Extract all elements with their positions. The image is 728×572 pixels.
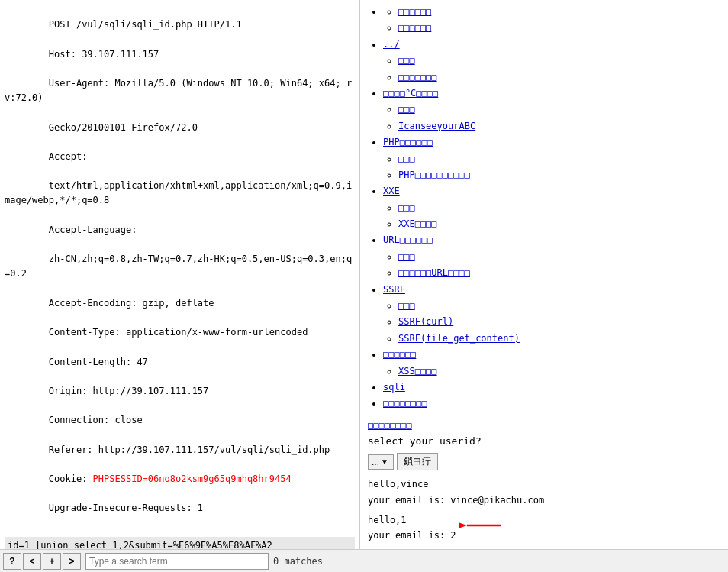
cookie-label: Cookie: [49,473,93,484]
request-line-4: Gecko/20100101 Firefox/72.0 [49,122,198,133]
nav-link[interactable]: □□□□□□URL□□□□ [398,267,470,278]
select-section: □□□□□□□□ select your userid? ... ▼ 鎖ヨ疔 h… [368,418,720,544]
nav-link[interactable]: XXE□□□□ [398,218,437,229]
request-line-12: Origin: http://39.107.111.157 [49,386,209,396]
search-input[interactable] [85,553,269,570]
result-with-arrow: hello,1 your email is: 2 [368,512,720,544]
result-section-1: hello,vince your email is: vince@pikachu… [368,477,720,508]
nav-list: □□□□□□ □□□□□□ ../ □□□ □□□□□□□ □□□□°C□□□□ [368,4,720,412]
sub-list: □□□ IcanseeyourABC [383,102,720,134]
request-line-9: Accept-Encoding: gzip, deflate [49,298,214,309]
list-item: □□□□□□ XSS□□□□ [383,347,720,379]
nav-link-ssrf-file[interactable]: SSRF(file_get_content) [398,333,520,344]
nav-link-xxe[interactable]: XXE [383,186,400,196]
left-panel: POST /vul/sqli/sqli_id.php HTTP/1.1 Host… [0,0,360,549]
forward-button[interactable]: > [63,553,81,570]
nav-link[interactable]: PHP□□□□□□□□□□ [398,170,470,180]
result-line-1a: hello,vince [368,477,720,492]
sub-list: □□□ XXE□□□□ [383,200,720,232]
right-panel: □□□□□□ □□□□□□ ../ □□□ □□□□□□□ □□□□°C□□□□ [360,0,728,549]
nav-link-misc[interactable]: □□□□□□□□ [383,398,427,409]
sub-list: XSS□□□□ [383,364,720,379]
request-line-2: Host: 39.107.111.157 [49,49,159,60]
red-arrow-right-icon [459,514,505,537]
sub-list: □□□ SSRF(curl) SSRF(file_get_content) [383,298,720,346]
nav-link-sqli[interactable]: sqli [383,382,405,393]
request-line-5: Accept: [49,151,88,162]
dropdown-arrow-icon: ▼ [381,457,388,466]
request-line-3: User-Agent: Mozilla/5.0 (Windows NT 10.0… [5,78,352,103]
sub-list: □□□ PHP□□□□□□□□□□ [383,151,720,183]
nav-link[interactable]: □□□ [398,104,415,115]
list-item: □□□□°C□□□□ □□□ IcanseeyourABC [383,86,720,134]
nav-link[interactable]: □□□□□□ [398,6,431,17]
matches-label: 0 matches [273,556,323,567]
nav-link[interactable]: □□□ [398,154,415,164]
request-line-8: zh-CN,zh;q=0.8,zh-TW;q=0.7,zh-HK;q=0.5,e… [5,254,352,279]
result-section-2: hello,1 your email is: 2 [368,512,456,544]
nav-link-url[interactable]: URL□□□□□□ [383,234,433,245]
nav-link-php[interactable]: PHP□□□□□□ [383,137,433,147]
cookie-value: PHPSESSID=06no8o2ksm9g65q9mhq8hr9454 [93,473,292,484]
request-line-7: Accept-Language: [49,225,137,235]
nav-link-xss-parent[interactable]: □□□□□□ [383,349,416,360]
list-item: ../ □□□ □□□□□□□ [383,37,720,85]
nav-link[interactable]: □□□□□□□ [398,72,437,82]
request-line-13: Connection: close [49,415,143,425]
sub-list: □□□ □□□□□□URL□□□□ [383,249,720,281]
request-line-last: Upgrade-Insecure-Requests: 1 [49,503,203,513]
result-line-2b: your email is: 2 [368,528,456,543]
nav-link[interactable]: □□□ [398,202,415,213]
request-content: POST /vul/sqli/sqli_id.php HTTP/1.1 Host… [0,0,359,549]
nav-link-icansee[interactable]: □□□□°C□□□□ [383,88,438,99]
nav-link-ssrf[interactable]: SSRF [383,284,405,295]
select-controls: ... ▼ 鎖ヨ疔 [368,453,720,470]
list-item: PHP□□□□□□ □□□ PHP□□□□□□□□□□ [383,134,720,183]
footer-bar: ? < + > 0 matches [0,549,728,572]
nav-link[interactable]: □□□□□□ [398,22,431,33]
request-text: POST /vul/sqli/sqli_id.php HTTP/1.1 Host… [5,3,355,531]
help-button[interactable]: ? [3,553,21,570]
nav-link[interactable]: □□□ [398,300,415,311]
nav-link[interactable]: □□□ [398,251,415,262]
result-line-1b: your email is: vince@pikachu.com [368,493,720,508]
sub-list: □□□ □□□□□□□ [383,53,720,85]
sub-list: □□□□□□ □□□□□□ [383,4,720,36]
dropdown-text: ... [372,457,379,467]
request-line-11: Content-Length: 47 [49,357,148,367]
payload-line: id=1 |union select 1,2&submit=%E6%9F%A5%… [5,537,355,549]
nav-link-parent[interactable]: ../ [383,39,400,50]
list-item-sqli: sqli [383,380,720,395]
dropdown-button[interactable]: ... ▼ [368,454,394,470]
request-line-14: Referer: http://39.107.111.157/vul/sqli/… [49,444,330,455]
nav-link[interactable]: □□□ [398,55,415,66]
nav-link-xss[interactable]: XSS□□□□ [398,366,437,376]
result-line-2a: hello,1 [368,512,456,528]
nav-link-ssrf-curl[interactable]: SSRF(curl) [398,316,453,327]
list-item: SSRF □□□ SSRF(curl) SSRF(file_get_conten… [383,282,720,347]
page-title: □□□□□□□□ [368,418,720,433]
request-line-6: text/html,application/xhtml+xml,applicat… [5,180,352,205]
request-line-1: POST /vul/sqli/sqli_id.php HTTP/1.1 [49,19,242,30]
list-item: XXE □□□ XXE□□□□ [383,183,720,231]
select-label: select your userid? [368,433,720,450]
back-button[interactable]: < [23,553,41,570]
list-item: URL□□□□□□ □□□ □□□□□□URL□□□□ [383,232,720,280]
nav-link-ican[interactable]: IcanseeyourABC [398,121,475,131]
list-item-misc: □□□□□□□□ [383,396,720,411]
request-line-10: Content-Type: application/x-www-form-url… [49,327,308,338]
list-item: □□□□□□ □□□□□□ [383,4,720,36]
submit-button[interactable]: 鎖ヨ疔 [397,453,438,470]
add-button[interactable]: + [43,553,61,570]
